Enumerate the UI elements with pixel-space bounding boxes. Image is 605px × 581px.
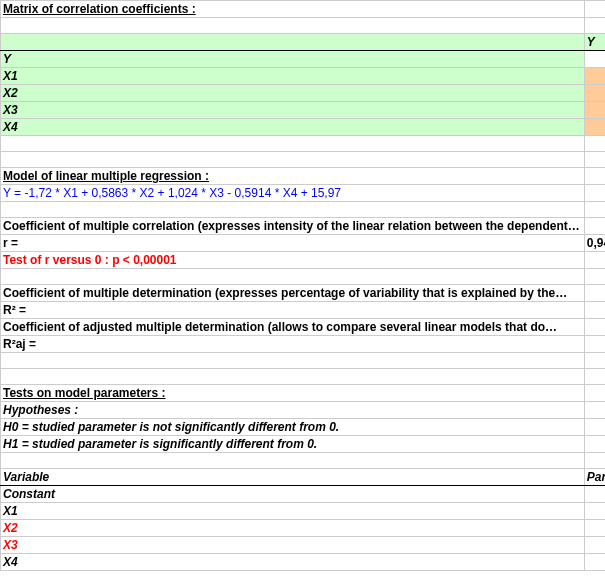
ph-variable: Variable: [1, 469, 585, 486]
param-val: 1,024: [584, 537, 605, 554]
r2-value: 90,21%: [584, 302, 605, 319]
corr-col-y: Y: [584, 34, 605, 51]
param-var: X4: [1, 554, 585, 571]
model-title: Model of linear multiple regression :: [1, 168, 585, 185]
param-val: 15,97: [584, 486, 605, 503]
param-var: X3: [1, 537, 585, 554]
corr-row-y: Y: [1, 51, 585, 68]
multi-det-title: Coefficient of multiple determination (e…: [1, 285, 585, 302]
multi-corr-title: Coefficient of multiple correlation (exp…: [1, 218, 585, 235]
r-value: 0,94978945: [584, 235, 605, 252]
ph-parameter: Parameter: [584, 469, 605, 486]
param-row: X3 1,024 0,4159 2,462 0,026 [ 0,1376 ; 1…: [1, 537, 606, 554]
tests-title: Tests on model parameters :: [1, 385, 585, 402]
corr-cell: 0,927: [584, 85, 605, 102]
param-row: X1 -1,72 1,214 -1,417 0,18 [ -4,306 ; 0,…: [1, 503, 606, 520]
param-row: X4 -0,5914 1,278 -0,4627 0,65 [ -3,316 ;…: [1, 554, 606, 571]
r-test: Test of r versus 0 : p < 0,00001: [1, 252, 585, 269]
corr-cell: 0,736: [584, 119, 605, 136]
param-row: X2 0,5863 0,08748 6,702 0,00001 [ 0,3999…: [1, 520, 606, 537]
model-equation: Y = -1,72 * X1 + 0,5863 * X2 + 1,024 * X…: [1, 185, 585, 202]
param-val: -0,5914: [584, 554, 605, 571]
corr-title: Matrix of correlation coefficients :: [1, 1, 585, 18]
param-var: Constant: [1, 486, 585, 503]
h1-text: H1 = studied parameter is significantly …: [1, 436, 585, 453]
param-var: X1: [1, 503, 585, 520]
corr-cell: 1: [584, 51, 605, 68]
corr-cell: 0,334: [584, 102, 605, 119]
hypotheses-label: Hypotheses :: [1, 402, 585, 419]
corr-row-x1: X1: [1, 68, 585, 85]
corr-corner: [1, 34, 585, 51]
param-val: 0,5863: [584, 520, 605, 537]
r2aj-value: 87,60%: [584, 336, 605, 353]
r2-label: R² =: [1, 302, 585, 319]
corr-row-x4: X4: [1, 119, 585, 136]
param-row: Constant 15,97 12,45 1,282 0,22 [ -10,58…: [1, 486, 606, 503]
corr-row-x3: X3: [1, 102, 585, 119]
adj-title: Coefficient of adjusted multiple determi…: [1, 319, 585, 336]
h0-text: H0 = studied parameter is not significan…: [1, 419, 585, 436]
spreadsheet-grid[interactable]: Matrix of correlation coefficients : Y X…: [0, 0, 605, 571]
param-var: X2: [1, 520, 585, 537]
r2aj-label: R²aj =: [1, 336, 585, 353]
corr-cell: 0,192: [584, 68, 605, 85]
param-val: -1,72: [584, 503, 605, 520]
r-label: r =: [1, 235, 585, 252]
corr-row-x2: X2: [1, 85, 585, 102]
